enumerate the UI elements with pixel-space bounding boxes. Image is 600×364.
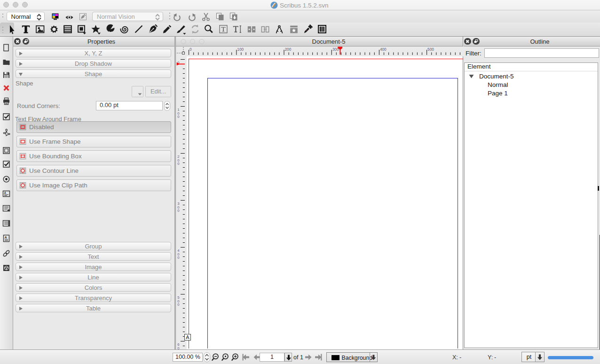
- svg-text:0: 0: [177, 346, 180, 349]
- svg-text:0: 0: [189, 47, 192, 52]
- svg-text:400: 400: [380, 47, 387, 52]
- svg-text:A: A: [4, 191, 7, 194]
- svg-text:0: 0: [177, 256, 180, 260]
- svg-text:0: 0: [177, 209, 180, 213]
- svg-text:A: A: [5, 235, 8, 240]
- svg-text:0: 0: [177, 162, 180, 166]
- svg-text:500: 500: [427, 47, 434, 52]
- svg-text:100: 100: [237, 47, 244, 52]
- svg-text:200: 200: [285, 47, 292, 52]
- svg-text:0: 0: [177, 115, 180, 119]
- svg-text:0: 0: [177, 302, 180, 307]
